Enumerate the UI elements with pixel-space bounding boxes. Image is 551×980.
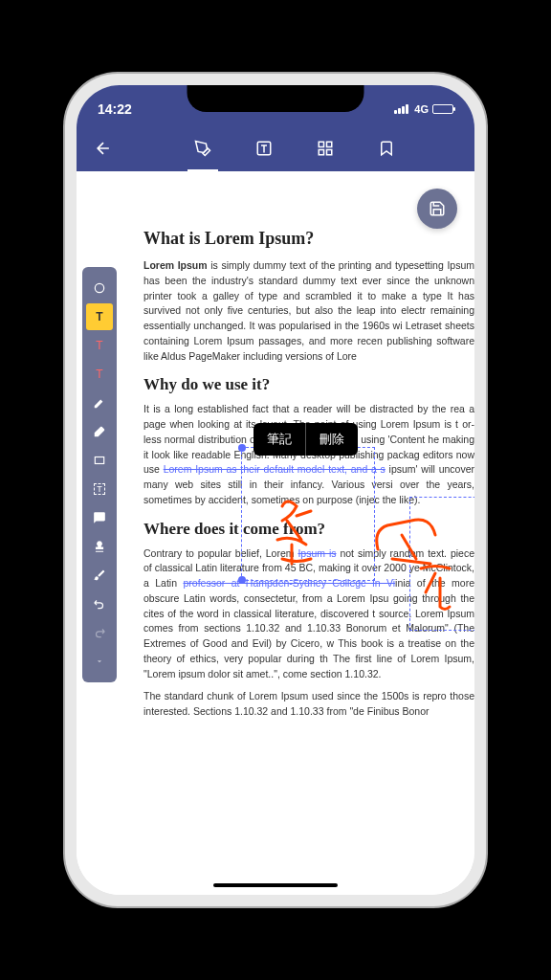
context-menu: 筆記 刪除 bbox=[253, 423, 358, 456]
doc-heading-1: What is Lorem Ipsum? bbox=[143, 229, 474, 249]
tool-pencil[interactable] bbox=[86, 390, 113, 416]
doc-heading-2: Why do we use it? bbox=[143, 375, 474, 394]
tab-grid[interactable] bbox=[310, 133, 341, 164]
svg-rect-3 bbox=[319, 150, 323, 155]
tool-redo[interactable] bbox=[86, 619, 113, 646]
network-type: 4G bbox=[414, 103, 429, 115]
tool-stamp[interactable] bbox=[86, 533, 113, 560]
tool-comment[interactable] bbox=[86, 504, 113, 531]
doc-heading-3: Where does it come from? bbox=[143, 520, 474, 539]
tool-brush[interactable] bbox=[86, 562, 113, 589]
back-button[interactable] bbox=[88, 133, 119, 164]
notch bbox=[187, 85, 364, 112]
phone-screen: 14:22 4G bbox=[77, 85, 474, 895]
menu-note[interactable]: 筆記 bbox=[253, 423, 305, 456]
svg-rect-1 bbox=[319, 142, 323, 146]
tool-text-red2[interactable]: T bbox=[86, 361, 113, 388]
tab-bookmark[interactable] bbox=[371, 133, 402, 164]
status-right: 4G bbox=[394, 96, 453, 115]
tool-textbox[interactable]: T bbox=[86, 476, 113, 502]
tab-text[interactable] bbox=[249, 133, 279, 164]
document[interactable]: What is Lorem Ipsum? Lorem Ipsum is simp… bbox=[124, 171, 474, 895]
tool-circle[interactable] bbox=[86, 275, 113, 301]
tool-text-red1[interactable]: T bbox=[86, 332, 113, 359]
svg-rect-6 bbox=[95, 457, 103, 464]
svg-rect-4 bbox=[327, 150, 332, 155]
tab-annotate[interactable] bbox=[187, 133, 218, 164]
doc-para-1: Lorem Ipsum is simply dummy text of the … bbox=[143, 258, 474, 364]
signal-icon bbox=[394, 104, 408, 114]
top-nav bbox=[77, 125, 474, 171]
status-time: 14:22 bbox=[98, 94, 132, 117]
home-indicator[interactable] bbox=[213, 883, 338, 887]
doc-para-3: Contrary to popular belief, Lorem Ipsum … bbox=[143, 546, 474, 682]
phone-frame: 14:22 4G bbox=[65, 74, 486, 906]
menu-delete[interactable]: 刪除 bbox=[305, 423, 358, 456]
doc-para-4: The standard chunk of Lorem Ipsum used s… bbox=[143, 689, 474, 720]
svg-point-5 bbox=[95, 283, 103, 292]
annotation-toolbar: T T T T bbox=[82, 267, 117, 682]
tool-expand[interactable] bbox=[86, 648, 113, 675]
content-area: T T T T What is Lorem Ipsum? Lorem Ipsum… bbox=[77, 171, 474, 895]
battery-icon bbox=[432, 104, 453, 114]
tool-rectangle[interactable] bbox=[86, 447, 113, 474]
tool-eraser[interactable] bbox=[86, 418, 113, 445]
svg-rect-2 bbox=[327, 142, 332, 146]
save-button[interactable] bbox=[417, 189, 457, 229]
tool-undo[interactable] bbox=[86, 590, 113, 617]
tool-highlight-text[interactable]: T bbox=[86, 303, 113, 330]
